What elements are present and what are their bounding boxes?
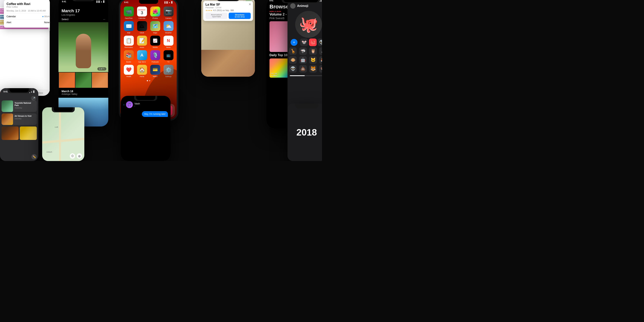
animoji-snowman[interactable]: ⛄ xyxy=(319,47,322,55)
app-facetime[interactable]: 📹 FaceTime xyxy=(123,6,134,19)
animoji-alien2[interactable]: 👽 xyxy=(289,65,297,73)
animoji-robot[interactable]: 🤖 xyxy=(299,56,307,64)
animoji-preview: 🐙 xyxy=(295,11,322,38)
year-display: 2018 xyxy=(296,127,317,138)
back-button[interactable]: ‹ xyxy=(124,103,124,106)
photos-thumb-1[interactable] xyxy=(59,72,75,88)
memory-yosemite-thumb xyxy=(2,100,13,112)
app-facetime-label: FaceTime xyxy=(125,17,133,19)
health-glyph: ❤️ xyxy=(126,67,132,72)
map-city-antioch: Antioch xyxy=(46,151,52,153)
animoji-giraffe[interactable]: 🦒 xyxy=(289,47,297,55)
app-tv[interactable]: 📺 TV xyxy=(163,50,174,63)
animoji-shark[interactable]: 🦈 xyxy=(299,47,307,55)
memory-plants[interactable] xyxy=(20,126,37,140)
cal-detail-calendar-row: Calendar ● Work › xyxy=(6,14,50,19)
animoji-mouse[interactable]: 🐭 xyxy=(300,38,308,46)
animoji-fox[interactable]: 🦊 xyxy=(319,56,322,64)
phone-calendar: Sun 2 Mon 3 Tue 4 Wed 5 Thu 6 Fri 7 xyxy=(0,0,50,96)
app-camera[interactable]: 📷 Camera xyxy=(163,6,174,19)
home-time: 9:41 xyxy=(124,1,128,4)
animoji-cat[interactable]: 🐱 xyxy=(309,56,317,64)
time-display: 9:41 xyxy=(62,0,66,3)
cal-day-num-icon: 3 xyxy=(141,11,143,15)
app-facetime-icon: 📹 xyxy=(124,6,134,16)
app-reminders[interactable]: 📋 Reminders xyxy=(123,36,134,48)
memory-yosemite-title: Yosemite National Park xyxy=(14,102,35,106)
phone-siri: 9:41 ▐▐ ▲ ▋ 🎤 Yosemite National Park Yes… xyxy=(0,88,38,161)
maps-rating: ★★★★ 4.0 (3531) on Yelp · $$$ xyxy=(206,10,251,12)
animoji-slider-fill xyxy=(290,75,305,76)
map-location-button[interactable]: ◎ xyxy=(77,153,82,159)
maps-restaurant-image xyxy=(201,50,255,77)
photos-main-image[interactable] xyxy=(58,22,108,72)
app-weather[interactable]: ⛅ Weather xyxy=(163,21,174,34)
app-news-label: News xyxy=(166,46,170,48)
app-home-icon: 🏠 xyxy=(137,65,147,75)
app-books-label: Books xyxy=(126,61,131,63)
user-avatar xyxy=(290,3,296,8)
app-clock-label: Clock xyxy=(140,32,144,34)
animoji-row: + 🐭 🐙 👽 xyxy=(288,38,322,46)
animoji-alien[interactable]: 👽 xyxy=(318,38,322,46)
phone-year: 2018 xyxy=(288,104,322,161)
photos-more-btn[interactable]: ··· xyxy=(103,18,105,21)
animoji-monkey[interactable]: 🐵 xyxy=(289,56,297,64)
animoji-poop[interactable]: 💩 xyxy=(299,65,307,73)
music-message-screen: ‹ 🎵 Vash › Hey, I'm running late! xyxy=(121,96,170,161)
phone-map: Lodi Antioch ⓘ ◎ xyxy=(42,107,84,161)
map-horizontal-road xyxy=(42,138,84,144)
animoji-owl[interactable]: 🦉 xyxy=(309,47,317,55)
app-clock[interactable]: 🕰 Clock xyxy=(136,21,148,34)
person-figure xyxy=(76,34,91,68)
app-podcasts-label: Podcasts xyxy=(152,61,159,63)
photos-thumb-3[interactable] xyxy=(92,72,108,88)
photos-thumb-2[interactable] xyxy=(75,72,92,88)
opentable-label: OpenTable xyxy=(206,16,227,18)
edit-button[interactable]: ✏️ xyxy=(32,154,37,160)
maps-close-button[interactable]: ✕ xyxy=(248,2,251,6)
app-home[interactable]: 🏠 Home xyxy=(136,65,148,78)
animoji-tiger[interactable]: 🐯 xyxy=(309,65,317,73)
animoji-octopus-selected[interactable]: 🐙 xyxy=(309,38,317,46)
app-news[interactable]: N News xyxy=(163,36,174,48)
app-mail[interactable]: ✉️ Mail xyxy=(123,21,134,34)
animoji-dog[interactable]: 🐶 xyxy=(319,65,322,73)
maps-directions-btn[interactable]: Directions 16 min drive xyxy=(229,13,251,19)
memory-yosemite[interactable]: Yosemite National Park Yesterday xyxy=(2,100,37,112)
app-books[interactable]: 📚 Books xyxy=(123,50,134,63)
memory-backpacks[interactable] xyxy=(2,126,18,140)
cal-detail-title: Coffee with Ravi xyxy=(6,2,30,6)
siri-mic-button[interactable]: 🎤 xyxy=(31,96,36,101)
photos-location1: Los Angeles xyxy=(62,14,105,16)
app-health-icon: ❤️ xyxy=(124,65,134,75)
cal-detail-date: Monday, Jun 3, 2019 10 AM to 10:45 AM xyxy=(6,10,50,12)
photos-select-btn[interactable]: Select xyxy=(62,18,68,21)
year-screen: 2018 xyxy=(288,104,322,161)
app-photos[interactable]: 🌺 Photos xyxy=(150,6,161,19)
maps-reservations-btn[interactable]: Reservations OpenTable xyxy=(206,13,228,19)
maps-rating-value: 4.0 xyxy=(213,10,216,12)
notch xyxy=(139,0,158,4)
cal-detail-overlay: Coffee with Ravi Philz Coffee Edit Monda… xyxy=(4,0,50,28)
animoji-add-button[interactable]: + xyxy=(290,39,298,46)
chart-global-label: TOP 100GLOBAL xyxy=(271,73,277,76)
app-stocks-label: Stocks xyxy=(152,46,158,48)
cal-row-label: Calendar xyxy=(6,15,16,18)
animoji-title: Animoji xyxy=(297,4,308,8)
memory-yosemite-date: Yesterday xyxy=(14,107,35,109)
map-info-button[interactable]: ⓘ xyxy=(70,153,75,159)
app-notes[interactable]: 📝 Notes xyxy=(136,36,148,48)
app-health[interactable]: ❤️ Health xyxy=(123,65,134,78)
app-podcasts[interactable]: 🎙️ Podcasts xyxy=(150,50,161,63)
app-maps[interactable]: 🗺️ Maps xyxy=(150,21,161,34)
notch xyxy=(299,0,318,2)
app-camera-icon: 📷 xyxy=(164,6,174,16)
app-calendar[interactable]: Monday 3 Calendar xyxy=(136,6,148,19)
time-display: 9:41 xyxy=(4,90,8,93)
map-screen: Lodi Antioch ⓘ ◎ xyxy=(42,107,84,161)
app-appstore[interactable]: A App Store xyxy=(136,50,148,63)
app-stocks[interactable]: 📈 Stocks xyxy=(150,36,161,48)
memory-art[interactable]: Art Venues to Visit Saturday xyxy=(2,114,37,125)
chart-global[interactable]: TOP 100GLOBAL xyxy=(270,58,289,78)
